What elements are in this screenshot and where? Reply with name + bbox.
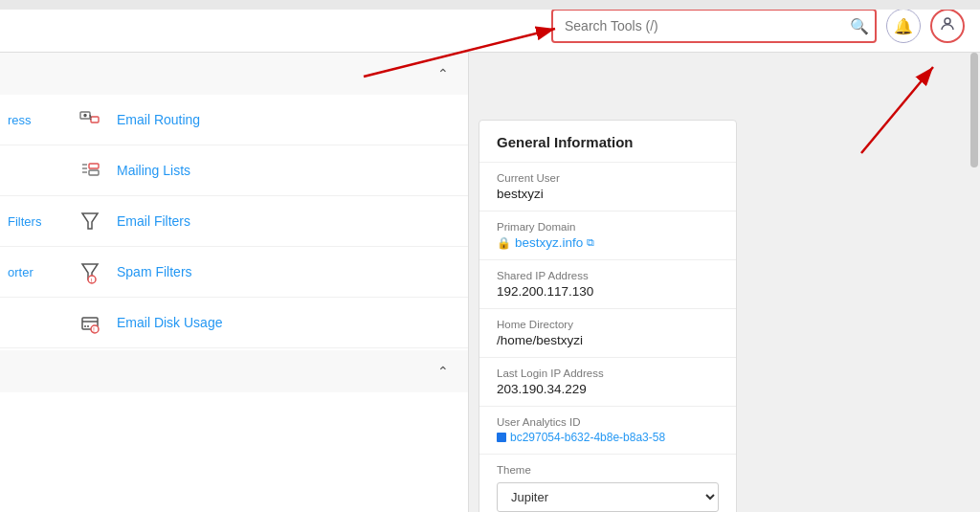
top-bar <box>0 0 980 10</box>
svg-rect-9 <box>89 164 99 168</box>
partial-label-ress: ress <box>8 113 32 127</box>
section2-area: ⌃ <box>0 350 468 392</box>
external-link-icon: ⧉ <box>587 236 594 249</box>
chevron-up-icon-2: ⌃ <box>437 364 449 379</box>
mailing-lists-icon <box>77 157 103 184</box>
svg-rect-10 <box>89 170 99 175</box>
primary-domain-value[interactable]: 🔒 bestxyz.info ⧉ <box>497 235 719 250</box>
mailing-lists-label: Mailing Lists <box>117 163 190 178</box>
primary-domain-label: Primary Domain <box>497 221 719 233</box>
analytics-id[interactable]: bc297054-b632-4b8e-b8a3-58 <box>510 431 665 444</box>
primary-domain-link[interactable]: bestxyz.info <box>515 235 583 250</box>
svg-marker-11 <box>82 213 98 229</box>
section1-header[interactable]: ⌃ <box>0 53 468 95</box>
shared-ip-value: 192.200.117.130 <box>497 284 719 299</box>
info-row-shared-ip: Shared IP Address 192.200.117.130 <box>479 260 736 309</box>
svg-point-0 <box>945 18 950 24</box>
sidebar-item-email-filters[interactable]: Filters Email Filters <box>0 196 468 247</box>
scrollbar[interactable] <box>969 53 980 512</box>
scrollbar-thumb[interactable] <box>970 53 978 167</box>
partial-label-orter: orter <box>8 265 33 279</box>
theme-select[interactable]: Jupiter <box>497 482 719 512</box>
sidebar: ⌃ ress Email Routing Mailing List <box>0 53 469 512</box>
shared-ip-label: Shared IP Address <box>497 270 719 281</box>
chevron-up-icon: ⌃ <box>437 66 449 81</box>
user-menu-button[interactable] <box>930 9 965 43</box>
email-disk-usage-label: Email Disk Usage <box>117 315 222 330</box>
home-dir-label: Home Directory <box>497 319 719 330</box>
current-user-value: bestxyzi <box>497 187 719 201</box>
svg-point-2 <box>84 115 86 117</box>
last-login-value: 203.190.34.229 <box>497 382 719 396</box>
sidebar-item-email-routing[interactable]: ress Email Routing <box>0 95 468 145</box>
notifications-button[interactable]: 🔔 <box>886 9 921 43</box>
sidebar-item-mailing-lists[interactable]: Mailing Lists <box>0 145 468 196</box>
info-row-primary-domain: Primary Domain 🔒 bestxyz.info ⧉ <box>479 211 736 260</box>
search-button[interactable]: 🔍 <box>850 17 869 35</box>
spam-filters-label: Spam Filters <box>117 264 192 279</box>
email-filters-label: Email Filters <box>117 213 190 229</box>
svg-line-23 <box>861 67 933 153</box>
svg-line-5 <box>90 119 91 120</box>
info-row-last-login: Last Login IP Address 203.190.34.229 <box>479 358 736 407</box>
info-row-theme: Theme Jupiter <box>479 455 736 512</box>
spam-filters-icon: ! <box>77 258 103 285</box>
sidebar-item-email-disk-usage[interactable]: ! Email Disk Usage <box>0 298 468 348</box>
analytics-square-icon <box>497 433 506 442</box>
analytics-label: User Analytics ID <box>497 416 719 428</box>
svg-text:!: ! <box>91 278 93 284</box>
svg-text:!: ! <box>93 326 95 333</box>
info-row-analytics: User Analytics ID bc297054-b632-4b8e-b8a… <box>479 407 736 455</box>
sidebar-item-spam-filters[interactable]: orter ! Spam Filters <box>0 247 468 298</box>
email-routing-icon <box>77 106 103 133</box>
info-panel: General Information Current User bestxyz… <box>479 120 737 512</box>
email-disk-icon: ! <box>77 309 103 336</box>
analytics-value[interactable]: bc297054-b632-4b8e-b8a3-58 <box>497 431 719 444</box>
email-routing-label: Email Routing <box>117 112 200 127</box>
info-row-current-user: Current User bestxyzi <box>479 163 736 211</box>
current-user-label: Current User <box>497 172 719 184</box>
email-filters-icon <box>77 208 103 234</box>
info-panel-title: General Information <box>479 121 736 163</box>
svg-line-4 <box>90 115 91 118</box>
search-wrapper: 🔍 <box>551 9 877 43</box>
svg-rect-3 <box>91 117 99 122</box>
last-login-label: Last Login IP Address <box>497 367 719 379</box>
user-icon <box>939 15 956 36</box>
partial-label-filters: Filters <box>8 214 41 229</box>
bell-icon: 🔔 <box>894 17 913 35</box>
search-input[interactable] <box>551 9 877 43</box>
info-row-home-dir: Home Directory /home/bestxyzi <box>479 309 736 358</box>
home-dir-value: /home/bestxyzi <box>497 333 719 347</box>
section2-header[interactable]: ⌃ <box>0 350 468 392</box>
theme-label: Theme <box>497 464 719 476</box>
lock-icon: 🔒 <box>497 236 511 250</box>
